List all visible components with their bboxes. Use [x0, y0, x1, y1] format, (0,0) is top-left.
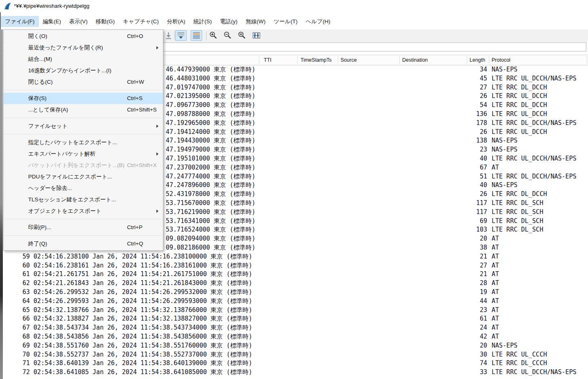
packet-row[interactable]: 66 02:54:32.138827 Jan 26, 2024 11:54:32…: [0, 314, 588, 323]
packet-length-cell: 44: [445, 297, 487, 306]
menu-item-label: 閉じる(C): [28, 76, 53, 88]
packet-protocol-cell: NAS-EPS: [492, 341, 517, 350]
column-resize-handle[interactable]: [259, 56, 259, 64]
menu-item-quit[interactable]: 終了(Q)Ctrl+Q: [4, 238, 163, 250]
packet-row[interactable]: 62 02:54:21.261843 Jan 26, 2024 11:54:21…: [0, 279, 588, 288]
packet-length-cell: 67: [445, 163, 487, 172]
packet-length-cell: 40: [445, 181, 487, 190]
packet-time-cell: 46.447939000 東京 (標準時): [166, 65, 256, 74]
menubar-item-tools[interactable]: ツール(T): [270, 16, 301, 27]
column-header-tti[interactable]: TTI: [264, 55, 272, 65]
column-resize-handle[interactable]: [587, 56, 587, 64]
menu-item-label: 開く(O): [28, 31, 47, 42]
menu-item-open[interactable]: 開く(O)Ctrl+O: [4, 31, 163, 42]
packet-length-cell: 61: [445, 314, 487, 323]
menubar-item-go[interactable]: 移動(G): [92, 16, 119, 27]
colorize-packet-list-button[interactable]: [191, 30, 202, 41]
packet-row[interactable]: 71 02:54:38.640139 Jan 26, 2024 11:54:38…: [0, 359, 588, 368]
column-header-destination[interactable]: Destination: [402, 55, 428, 65]
packet-protocol-cell: LTE RRC UL_DCCH: [492, 128, 547, 137]
packet-row[interactable]: 68 02:54:38.543856 Jan 26, 2024 11:54:38…: [0, 332, 588, 341]
packet-protocol-cell: AT: [492, 332, 499, 341]
column-header-length[interactable]: Length: [470, 55, 485, 65]
packet-length-cell: 138: [445, 136, 487, 145]
normal-size-button[interactable]: [236, 30, 248, 41]
go-to-last-packet-button[interactable]: [163, 30, 174, 41]
menu-item-label: 指定したパケットをエクスポート...: [28, 137, 117, 148]
menu-item-export-packet-dissections[interactable]: エキスパートパケット解析: [4, 148, 163, 160]
menu-item-save[interactable]: 保存(S)Ctrl+S: [4, 93, 163, 104]
menu-item-save-as[interactable]: ...として保存(A)Ctrl+Shift+S: [4, 104, 163, 116]
window-title: *¥¥.¥pipe¥wireshark-rywtdpelgg: [14, 0, 89, 12]
auto-scroll-button[interactable]: [175, 30, 187, 41]
packet-protocol-cell: AT: [492, 252, 499, 261]
packet-row[interactable]: 70 02:54:38.552737 Jan 26, 2024 11:54:38…: [0, 350, 588, 359]
menu-item-label: 結合...(M): [28, 54, 52, 65]
packet-time-cell: 62 02:54:21.261843 Jan 26, 2024 11:54:21…: [22, 279, 252, 288]
menu-separator: [4, 134, 162, 134]
packet-length-cell: 178: [445, 119, 487, 128]
menubar-item-view[interactable]: 表示(V): [65, 16, 92, 27]
packet-protocol-cell: LTE RRC UL_DCCH: [492, 110, 547, 119]
menubar-item-file[interactable]: ファイル(F): [1, 16, 39, 27]
menu-item-file-set[interactable]: ファイルセット: [4, 120, 163, 132]
column-resize-handle[interactable]: [399, 56, 400, 64]
menu-item-export-specified-packets[interactable]: 指定したパケットをエクスポート...: [4, 137, 163, 148]
packet-row[interactable]: 67 02:54:38.543734 Jan 26, 2024 11:54:38…: [0, 323, 588, 332]
packet-time-cell: 70 02:54:38.552737 Jan 26, 2024 11:54:38…: [22, 350, 252, 359]
packet-row[interactable]: 63 02:54:26.299532 Jan 26, 2024 11:54:26…: [0, 288, 588, 297]
menu-item-shortcut: Ctrl+Shift+X: [127, 160, 157, 171]
zoom-in-button[interactable]: [208, 30, 219, 41]
packet-row[interactable]: 59 02:54:16.238100 Jan 26, 2024 11:54:16…: [0, 252, 588, 261]
column-header-source[interactable]: Source: [341, 55, 357, 65]
menu-item-merge[interactable]: 結合...(M): [4, 54, 163, 65]
menubar-item-telephony[interactable]: 電話(y): [216, 16, 242, 27]
packet-time-cell: 53.716341000 東京 (標準時): [166, 217, 256, 226]
menu-item-label: ファイルセット: [28, 120, 68, 132]
zoom-out-button[interactable]: [222, 30, 234, 41]
resize-columns-button[interactable]: [251, 30, 262, 41]
packet-length-cell: 21: [445, 252, 487, 261]
menu-item-close[interactable]: 閉じる(C)Ctrl+W: [4, 76, 163, 88]
menubar-item-analyze[interactable]: 分析(A): [163, 16, 189, 27]
column-resize-handle[interactable]: [297, 56, 298, 64]
menu-item-export-pdus-to-file[interactable]: PDUをファイルにエクスポート...: [4, 171, 163, 183]
packet-protocol-cell: AT: [492, 243, 499, 252]
menu-item-strip-headers[interactable]: ヘッダーを除去...: [4, 183, 163, 194]
menu-item-label: パケットバイト列をエクスポート...(B): [28, 160, 125, 171]
menu-item-label: 印刷(P)...: [28, 222, 51, 233]
column-resize-handle[interactable]: [467, 56, 467, 64]
packet-protocol-cell: NAS-EPS: [492, 145, 517, 154]
menu-item-import-from-hex-dump[interactable]: 16進数ダンプからインポート...(I): [4, 65, 163, 76]
menubar-item-help[interactable]: ヘルプ(H): [302, 16, 334, 27]
go-to-bottom-icon: [164, 31, 173, 40]
menubar-item-edit[interactable]: 編集(E): [39, 16, 65, 27]
packet-row[interactable]: 69 02:54:38.551760 Jan 26, 2024 11:54:38…: [0, 341, 588, 350]
column-resize-handle[interactable]: [489, 56, 489, 64]
packet-row[interactable]: 61 02:54:21.261751 Jan 26, 2024 11:54:21…: [0, 270, 588, 279]
packet-length-cell: 19: [445, 288, 487, 297]
column-header-protocol[interactable]: Protocol: [492, 55, 510, 65]
menu-item-open-recent[interactable]: 最近使ったファイルを開く(R): [4, 42, 163, 54]
menu-separator: [4, 90, 162, 90]
menubar-item-wireless[interactable]: 無線(W): [242, 16, 270, 27]
packet-time-cell: 47.247774000 東京 (標準時): [166, 172, 256, 181]
packet-row[interactable]: 65 02:54:32.138766 Jan 26, 2024 11:54:32…: [0, 306, 588, 315]
window-edge-line: [0, 12, 1, 29]
menu-item-export-objects[interactable]: オブジェクトをエクスポート: [4, 205, 163, 217]
packet-length-cell: 51: [445, 172, 487, 181]
menubar-item-statistics[interactable]: 統計(S): [189, 16, 216, 27]
packet-row[interactable]: 60 02:54:16.238161 Jan 26, 2024 11:54:16…: [0, 261, 588, 270]
colorize-icon: [192, 31, 201, 40]
menu-item-print[interactable]: 印刷(P)...Ctrl+P: [4, 222, 163, 233]
packet-row[interactable]: 64 02:54:26.299593 Jan 26, 2024 11:54:26…: [0, 297, 588, 306]
packet-time-cell: 47.194124000 東京 (標準時): [166, 128, 256, 137]
column-header-timestampts[interactable]: TimeStampTs: [301, 55, 332, 65]
menu-item-export-tls-session-keys[interactable]: TLSセッション鍵をエクスポート...: [4, 194, 163, 205]
packet-length-cell: 34: [445, 65, 487, 74]
packet-time-cell: 47.098788000 東京 (標準時): [166, 110, 256, 119]
packet-time-cell: 66 02:54:32.138827 Jan 26, 2024 11:54:32…: [22, 314, 252, 323]
menubar-item-capture[interactable]: キャプチャ(C): [119, 16, 163, 27]
packet-row[interactable]: 72 02:54:38.641085 Jan 26, 2024 11:54:38…: [0, 368, 588, 377]
column-resize-handle[interactable]: [338, 56, 338, 64]
